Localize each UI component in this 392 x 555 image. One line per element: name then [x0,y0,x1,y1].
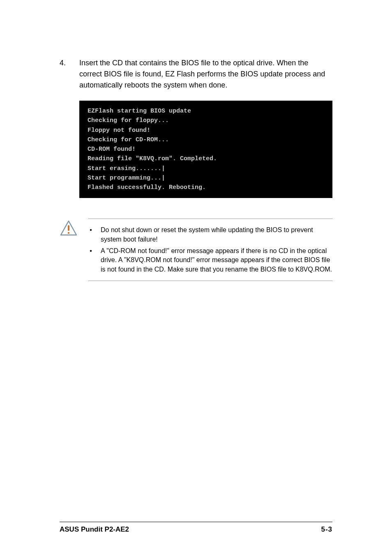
footer-product: ASUS Pundit P2-AE2 [60,525,129,534]
terminal-line: Checking for CD-ROM... [88,136,169,143]
step-text: Insert the CD that contains the BIOS fil… [79,58,332,91]
terminal-line: Reading file "K8VQ.rom". Completed. [88,155,217,162]
svg-rect-0 [68,225,69,231]
terminal-line: EZFlash starting BIOS update [88,108,191,115]
footer-page-number: 5-3 [321,525,332,534]
warning-note: • Do not shut down or reset the system w… [60,219,332,281]
note-content: • Do not shut down or reset the system w… [88,219,332,281]
terminal-line: CD-ROM found! [88,146,136,153]
terminal-line: Checking for floppy... [88,117,169,124]
page-footer: ASUS Pundit P2-AE2 5-3 [60,522,332,534]
step-number: 4. [60,58,68,91]
bullet-dot: • [88,246,93,274]
terminal-line: Start programming...| [88,175,165,182]
note-bullet-1: • Do not shut down or reset the system w… [88,226,332,244]
warning-icon [60,219,78,281]
terminal-line: Flashed successfully. Rebooting. [88,184,206,191]
note-text: A "CD-ROM not found!" error message appe… [101,246,332,274]
note-text: Do not shut down or reset the system whi… [101,226,332,244]
svg-point-1 [68,232,69,234]
terminal-output: EZFlash starting BIOS update Checking fo… [79,101,332,198]
note-bullet-2: • A "CD-ROM not found!" error message ap… [88,246,332,274]
bullet-dot: • [88,226,93,244]
step-4: 4. Insert the CD that contains the BIOS … [60,58,332,91]
terminal-line: Start erasing.......| [88,165,165,172]
terminal-line: Floppy not found! [88,127,150,134]
